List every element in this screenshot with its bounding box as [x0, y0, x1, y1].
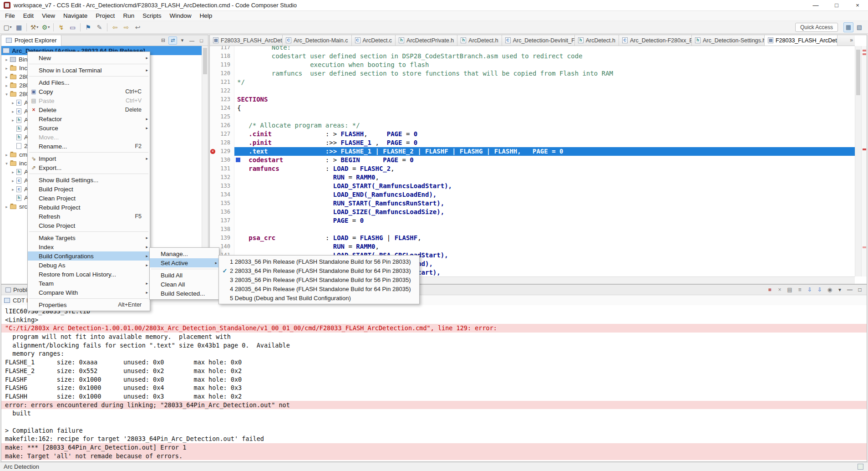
menu-item-compare-with[interactable]: Compare With▸	[28, 288, 150, 297]
menu-item-refresh[interactable]: RefreshF5	[28, 212, 150, 221]
code-line-139[interactable]: 139 psa_crc : LOAD = FLASHG | FLASHF,	[210, 234, 855, 242]
new-file-button[interactable]: ▢▾	[2, 22, 13, 32]
code-line-133[interactable]: 133 LOAD_START(_RamfuncsLoadStart),	[210, 182, 855, 190]
collapse-all-icon[interactable]: ⊟	[159, 36, 168, 45]
code-line-119[interactable]: 119 execution when booting to flash	[210, 61, 855, 69]
clear-console-icon[interactable]: ▤	[785, 286, 794, 294]
menu-item-new[interactable]: New▸	[28, 53, 150, 62]
debug-button[interactable]: ⚙▾	[41, 22, 51, 32]
menu-item-build-configurations[interactable]: Build Configurations▸	[28, 251, 150, 261]
menu-item-refactor[interactable]: Refactor▸	[28, 114, 150, 123]
menubar-item-view[interactable]: View	[38, 11, 59, 20]
editor-tab-arcdetect-h[interactable]: hArcDetect.h	[575, 35, 619, 46]
menu-item-properties[interactable]: PropertiesAlt+Enter	[28, 300, 150, 309]
menu-item-3-28035-56-pin-release-flash-standalone-build-for-56-pin-28035[interactable]: 3 28035_56 Pin Release (FLASH Standalone…	[219, 275, 419, 284]
code-line-129[interactable]: ×129 .text :>> FLASHE_1 | FLASHE_2 | FLA…	[210, 147, 855, 156]
menu-item-restore-from-local-history[interactable]: Restore from Local History...	[28, 270, 150, 279]
code-line-127[interactable]: 127 .cinit : > FLASHH, PAGE = 0	[210, 130, 855, 138]
menu-item-copy[interactable]: ▣CopyCtrl+C	[28, 87, 150, 96]
code-line-122[interactable]: 122	[210, 87, 855, 95]
code-line-136[interactable]: 136 LOAD_SIZE(_RamfuncsLoadSize),	[210, 208, 855, 216]
maximize-view-icon[interactable]: □	[855, 286, 864, 294]
menu-item-show-build-settings[interactable]: Show Build Settings...	[28, 175, 150, 184]
code-line-130[interactable]: 130 codestart : > BEGIN PAGE = 0	[210, 156, 855, 164]
editor-tab-arc-detection-f280xx-e[interactable]: CArc_Detection-F280xx_E...	[619, 35, 692, 46]
menu-item-build-project[interactable]: Build Project	[28, 184, 150, 194]
open-console-icon[interactable]: ▾	[835, 286, 844, 294]
expand-arrow-icon[interactable]: ▾	[3, 161, 10, 166]
menubar-item-scripts[interactable]: Scripts	[138, 11, 165, 20]
close-button[interactable]: ×	[847, 0, 868, 10]
menu-item-5-debug-debug-and-test-build-configuration[interactable]: 5 Debug (Debug and Test Build Configurat…	[219, 293, 419, 302]
flash-button[interactable]: ↯	[56, 22, 66, 32]
expand-arrow-icon[interactable]: ▸	[3, 153, 10, 157]
code-editor[interactable]: 117 Note:118 codestart user defined sect…	[210, 46, 855, 276]
code-line-118[interactable]: 118 codestart user defined section in DS…	[210, 52, 855, 61]
menu-item-move[interactable]: Move...	[28, 133, 150, 142]
menu-item-2-28033-64-pin-release-flash-standalone-build-for-64-pin-28033[interactable]: ✓2 28033_64 Pin Release (FLASH Standalon…	[219, 266, 419, 275]
menubar-item-run[interactable]: Run	[119, 11, 138, 20]
ccs-edit-perspective-icon[interactable]: ▦	[843, 22, 853, 32]
tab-overflow-icon[interactable]: »	[850, 37, 853, 43]
menu-item-source[interactable]: Source▸	[28, 123, 150, 133]
view-menu-icon[interactable]: ▾	[178, 36, 187, 45]
code-line-138[interactable]: 138	[210, 225, 855, 234]
editor-tab-f28033-flash-arcdetecti[interactable]: ▤F28033_FLASH_ArcDetecti...×	[765, 35, 838, 46]
menu-item-set-active[interactable]: Set Active▸	[150, 258, 219, 267]
editor-tab-arcdetectprivate-h[interactable]: hArcDetectPrivate.h	[396, 35, 457, 46]
menu-item-build-all[interactable]: Build All	[150, 271, 219, 280]
forward-button[interactable]: ⇨	[121, 22, 132, 32]
menu-item-import[interactable]: ⇘Import▸	[28, 154, 150, 163]
menu-item-add-files[interactable]: Add Files...	[28, 78, 150, 87]
minimize-button[interactable]: —	[805, 0, 826, 10]
build-button[interactable]: ⚒▾	[29, 22, 40, 32]
code-line-140[interactable]: 140 RUN = RAMM0,	[210, 242, 855, 251]
menu-item-index[interactable]: Index▸	[28, 242, 150, 251]
menu-item-build-selected[interactable]: Build Selected...	[150, 289, 219, 298]
expand-arrow-icon[interactable]: ▸	[10, 118, 16, 123]
editor-vscroll-thumb[interactable]	[856, 50, 860, 95]
last-edit-button[interactable]: ↩	[132, 22, 143, 32]
expand-arrow-icon[interactable]: ▸	[3, 57, 10, 62]
code-line-125[interactable]: 125	[210, 113, 855, 121]
edit-button[interactable]: ✎	[94, 22, 105, 32]
code-line-137[interactable]: 137 PAGE = 0	[210, 216, 855, 225]
editor-tab-arc-detection-settings-h[interactable]: hArc_Detection-Settings.h	[692, 35, 765, 46]
menu-item-4-28035-64-pin-release-flash-standalone-build-for-64-pin-28035[interactable]: 4 28035_64 Pin Release (FLASH Standalone…	[219, 284, 419, 293]
scroll-lock-icon[interactable]: ≡	[795, 286, 804, 294]
notification-icon[interactable]	[858, 464, 863, 470]
menu-item-clean-project[interactable]: Clean Project	[28, 194, 150, 203]
code-line-131[interactable]: 131 ramfuncs : LOAD = FLASHC_2,	[210, 164, 855, 173]
menu-item-clean-all[interactable]: Clean All	[150, 280, 219, 289]
ccs-debug-perspective-icon[interactable]: ▧	[854, 22, 864, 32]
menu-item-delete[interactable]: ×DeleteDelete	[28, 105, 150, 114]
menu-item-team[interactable]: Team▸	[28, 279, 150, 288]
code-line-135[interactable]: 135 RUN_START(_RamfuncsRunStart),	[210, 199, 855, 208]
code-line-132[interactable]: 132 RUN = RAMM0,	[210, 173, 855, 182]
menu-item-make-targets[interactable]: Make Targets▸	[28, 233, 150, 242]
menubar-item-navigate[interactable]: Navigate	[59, 11, 91, 20]
menubar-item-file[interactable]: File	[1, 11, 19, 20]
menu-item-show-in-local-terminal[interactable]: Show in Local Terminal▸	[28, 66, 150, 75]
menubar-item-help[interactable]: Help	[195, 11, 216, 20]
bookmark-button[interactable]: ⚑	[83, 22, 93, 32]
code-line-128[interactable]: 128 .pinit :>> FLASHE_1 , PAGE = 0	[210, 138, 855, 147]
explorer-scrollbar-thumb[interactable]	[203, 48, 207, 74]
menu-item-rebuild-project[interactable]: Rebuild Project	[28, 203, 150, 212]
code-line-120[interactable]: 120 ramfuncs user defined section to sto…	[210, 69, 855, 78]
minimize-view-icon[interactable]: —	[188, 36, 196, 45]
menu-item-manage[interactable]: Manage...	[150, 249, 219, 258]
menubar-item-window[interactable]: Window	[165, 11, 195, 20]
expand-arrow-icon[interactable]: ▸	[3, 75, 10, 79]
link-with-editor-icon[interactable]: ⇄	[168, 36, 177, 45]
show-stdout-icon[interactable]: ⇩	[805, 286, 814, 294]
remove-launch-icon[interactable]: ×	[775, 286, 784, 294]
editor-tab-arcdetect-c[interactable]: CArcDetect.c	[352, 35, 396, 46]
menu-item-1-28033-56-pin-release-flash-standalone-build-for-56-pin-28033[interactable]: 1 28033_56 Pin Release (FLASH Standalone…	[219, 257, 419, 266]
editor-vertical-scrollbar[interactable]	[855, 46, 861, 276]
menu-item-export[interactable]: ⇗Export...	[28, 163, 150, 172]
expand-arrow-icon[interactable]: ▸	[10, 170, 16, 174]
menu-item-paste[interactable]: ▤PasteCtrl+V	[28, 96, 150, 105]
menu-item-close-project[interactable]: Close Project	[28, 221, 150, 230]
menu-item-rename[interactable]: Rename...F2	[28, 142, 150, 151]
